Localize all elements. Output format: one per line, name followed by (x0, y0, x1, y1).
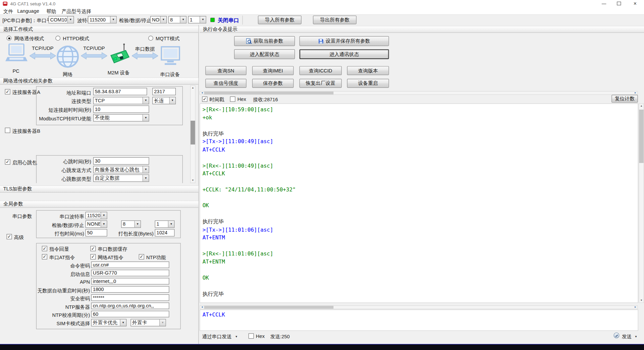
query-iccid-button[interactable]: 查询ICCID (300, 66, 342, 75)
query-sn-button[interactable]: 查询SN (205, 66, 246, 75)
log-bottom-scrollbar[interactable]: ◄ ► (200, 305, 638, 309)
scroll-down-icon[interactable]: ▼ (191, 178, 195, 182)
pack-len-input[interactable] (155, 229, 175, 236)
chevron-down-icon[interactable]: ▼ (143, 166, 149, 173)
device-restart-button[interactable]: 设备重启 (347, 79, 389, 88)
server-a-checkbox[interactable] (5, 89, 10, 95)
auto-restart-input[interactable] (91, 286, 169, 293)
global-params-header[interactable]: 全局参数 (0, 201, 198, 208)
databits-select[interactable]: 8▼ (168, 16, 186, 23)
send-via-dropdown[interactable]: 通过串口发送 (202, 333, 231, 340)
minimize-icon[interactable] (602, 4, 606, 4)
ntp-server-input[interactable] (91, 302, 169, 309)
chevron-down-icon[interactable]: ▼ (180, 16, 186, 23)
hb-time-input[interactable] (93, 157, 149, 165)
radio-httpd-mode[interactable] (55, 36, 60, 41)
security-password-input[interactable] (91, 294, 169, 301)
advanced-checkbox[interactable] (7, 234, 12, 239)
log-top-scrollbar[interactable]: ◄ ► (200, 91, 638, 95)
serial-parity-select[interactable]: NONE▼ (86, 221, 107, 228)
server-a-port-input[interactable] (152, 88, 176, 95)
tls-params-header[interactable]: TLS加密参数 (0, 185, 198, 192)
chevron-down-icon[interactable]: ▼ (110, 16, 116, 23)
scroll-up-icon[interactable]: ▲ (639, 104, 643, 108)
factory-reset-button[interactable]: 恢复出厂设置 (300, 79, 342, 88)
cmd-password-input[interactable] (91, 261, 169, 268)
chevron-down-icon[interactable]: ▼ (101, 221, 107, 228)
import-params-button[interactable]: 导入所有参数 (258, 16, 302, 24)
scroll-left-icon[interactable]: ◄ (200, 306, 204, 309)
server-a-address-input[interactable] (93, 88, 147, 95)
conn-type-select[interactable]: TCP▼ (93, 97, 149, 104)
server-b-checkbox[interactable] (5, 128, 10, 133)
save-params-button[interactable]: 保存参数 (252, 79, 294, 88)
work-mode-header[interactable]: 选择工作模式 (0, 26, 198, 33)
get-params-button[interactable]: 获取当前参数 (234, 36, 295, 46)
serial-baud-select[interactable]: 115200▼ (86, 212, 107, 219)
serial-databits-select[interactable]: 8▼ (121, 221, 141, 228)
modbus-select[interactable]: 不使能▼ (93, 114, 149, 121)
chevron-down-icon[interactable]: ▼ (235, 335, 237, 338)
parity-select[interactable]: NONE▼ (150, 16, 167, 23)
set-save-params-button[interactable]: 设置并保存所有参数 (300, 36, 389, 46)
chevron-down-icon[interactable]: ▼ (160, 16, 166, 23)
chevron-down-icon[interactable]: ▼ (120, 319, 126, 326)
sim-mode2-select[interactable]: 外置卡▼ (130, 319, 166, 326)
chevron-down-icon[interactable]: ▼ (168, 221, 174, 228)
send-button[interactable]: 发送 (622, 333, 632, 340)
serial-at-checkbox[interactable] (42, 254, 47, 259)
serial-cache-checkbox[interactable] (90, 246, 96, 251)
enter-comm-state-button[interactable]: 进入通讯状态 (300, 49, 389, 59)
com-port-select[interactable]: COM10▼ (48, 16, 74, 23)
radio-transparent-mode[interactable] (7, 36, 12, 41)
reset-count-button[interactable]: 复位计数 (611, 95, 638, 103)
heartbeat-checkbox[interactable] (5, 159, 10, 165)
timestamp-checkbox[interactable] (202, 97, 207, 102)
close-icon[interactable]: × (634, 0, 637, 6)
scroll-left-icon[interactable]: ◄ (200, 92, 204, 95)
chevron-down-icon[interactable]: ▼ (200, 16, 206, 23)
serial-stopbits-select[interactable]: 1▼ (155, 221, 175, 228)
ntp-checkbox[interactable] (139, 254, 144, 259)
chevron-down-icon[interactable]: ▼ (635, 335, 637, 338)
net-at-checkbox[interactable] (90, 254, 96, 259)
baud-select[interactable]: 115200▼ (88, 16, 117, 23)
hb-way-select[interactable]: 向服务器发送心跳包▼ (93, 166, 149, 173)
scroll-up-icon[interactable]: ▲ (191, 86, 195, 90)
net-params-header[interactable]: 网络透传模式相关参数 (0, 77, 198, 84)
hb-type-select[interactable]: 自定义数据▼ (93, 174, 149, 182)
send-textarea[interactable]: AT+CCLK (200, 309, 638, 331)
query-version-button[interactable]: 查询版本 (347, 66, 389, 75)
enter-config-state-button[interactable]: 进入配置状态 (234, 49, 295, 59)
stopbits-select[interactable]: 1▼ (188, 16, 206, 23)
cmd-echo-checkbox[interactable] (42, 246, 47, 251)
chevron-down-icon[interactable]: ▼ (143, 115, 149, 121)
left-panel-scrollbar[interactable]: ▲ ▼ (190, 85, 196, 183)
scroll-right-icon[interactable]: ► (633, 306, 637, 309)
send-tool-icon[interactable] (613, 333, 619, 338)
sim-mode-select[interactable]: 外置卡优先▼ (91, 319, 126, 326)
keepalive-select[interactable]: 长连▼ (152, 97, 176, 104)
chevron-down-icon[interactable]: ▼ (143, 97, 149, 104)
ntp-period-input[interactable] (91, 311, 169, 317)
apn-input[interactable] (91, 278, 169, 285)
log-scrollbar[interactable]: ▲ ▼ (639, 104, 644, 303)
chevron-down-icon[interactable]: ▼ (101, 212, 107, 219)
query-signal-button[interactable]: 查信号强度 (205, 79, 246, 88)
chevron-down-icon[interactable]: ▼ (169, 97, 175, 104)
short-conn-timeout-input[interactable] (93, 106, 149, 113)
log-output[interactable]: >[Rx<-][10:59:00][asc]+ok 执行完毕>[Tx->][11… (200, 104, 638, 303)
chevron-down-icon[interactable]: ▼ (67, 16, 73, 23)
menu-language[interactable]: Language (17, 8, 39, 14)
log-hex-checkbox[interactable] (230, 97, 235, 102)
scroll-right-icon[interactable]: ► (633, 92, 637, 95)
pack-time-input[interactable] (86, 229, 107, 236)
export-params-button[interactable]: 导出所有参数 (313, 16, 357, 24)
chevron-down-icon[interactable]: ▼ (159, 319, 165, 326)
send-hex-checkbox[interactable] (249, 333, 254, 339)
chevron-down-icon[interactable]: ▼ (143, 175, 149, 182)
boot-info-input[interactable] (91, 270, 169, 276)
query-imei-button[interactable]: 查询IMEI (252, 66, 294, 75)
maximize-icon[interactable] (617, 2, 621, 5)
close-port-button[interactable]: 关闭串口 (218, 17, 239, 24)
